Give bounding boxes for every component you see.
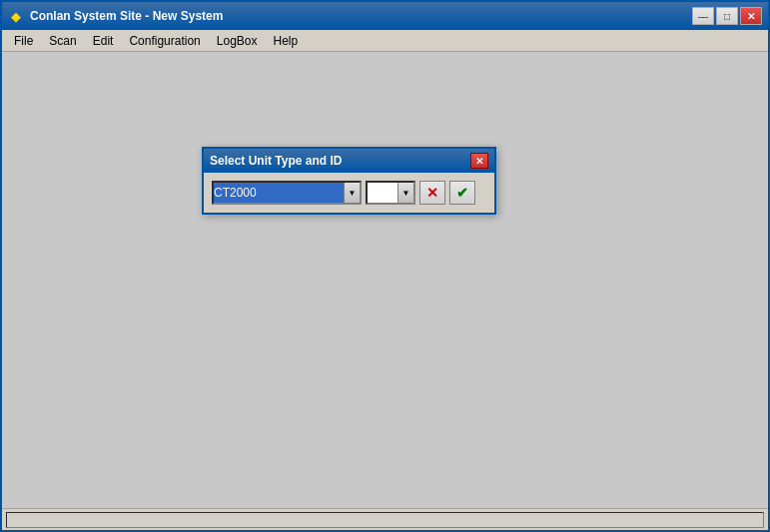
title-bar: ◆ Conlan System Site - New System — □ ✕ [2,2,768,30]
menu-bar: File Scan Edit Configuration LogBox Help [2,30,768,52]
menu-configuration[interactable]: Configuration [121,32,208,50]
dialog-title-bar: Select Unit Type and ID ✕ [204,149,494,173]
window-controls: — □ ✕ [692,7,762,25]
title-bar-left: ◆ Conlan System Site - New System [8,8,223,24]
unit-id-select[interactable]: 001 002 003 [366,181,415,205]
unit-id-wrapper: 001 002 003 ▼ [366,181,415,205]
dialog-close-button[interactable]: ✕ [470,153,488,169]
window-close-button[interactable]: ✕ [740,7,762,25]
menu-logbox[interactable]: LogBox [209,32,266,50]
confirm-button[interactable]: ✔ [449,181,475,205]
menu-edit[interactable]: Edit [85,32,122,50]
status-bar-content [6,512,764,528]
menu-scan[interactable]: Scan [41,32,84,50]
window-title: Conlan System Site - New System [30,9,223,23]
menu-help[interactable]: Help [265,32,306,50]
unit-type-select[interactable]: CT2000 CT1000 CT3000 [212,181,362,205]
select-unit-dialog: Select Unit Type and ID ✕ CT2000 CT1000 … [202,147,496,215]
dialog-content: CT2000 CT1000 CT3000 ▼ 001 002 003 ▼ [204,173,494,213]
minimize-button[interactable]: — [692,7,714,25]
cancel-button[interactable]: ✕ [419,181,445,205]
menu-file[interactable]: File [6,32,41,50]
maximize-button[interactable]: □ [716,7,738,25]
main-content: Select Unit Type and ID ✕ CT2000 CT1000 … [2,52,768,508]
unit-type-wrapper: CT2000 CT1000 CT3000 ▼ [212,181,362,205]
status-bar [2,508,768,530]
main-window: ◆ Conlan System Site - New System — □ ✕ … [0,0,770,532]
dialog-title: Select Unit Type and ID [210,154,342,168]
app-icon: ◆ [8,8,24,24]
